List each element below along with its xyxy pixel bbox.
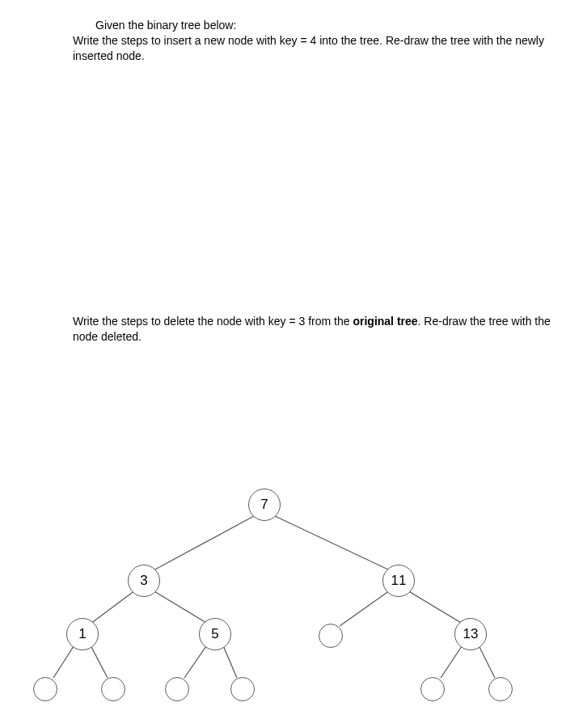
svg-line-6 xyxy=(53,644,75,678)
q1-line2: Write the steps to insert a new node wit… xyxy=(73,33,544,49)
tree-node-nil xyxy=(165,677,189,701)
binary-tree-diagram: 7 3 11 1 5 13 xyxy=(0,477,566,728)
tree-node-nil xyxy=(101,677,125,701)
q2-part-a: Write the steps to delete the node with … xyxy=(73,315,353,328)
svg-line-3 xyxy=(153,590,208,624)
svg-line-7 xyxy=(90,644,108,678)
q2-bold: original tree xyxy=(353,315,417,328)
q2-line2: node deleted. xyxy=(73,329,142,345)
svg-line-0 xyxy=(154,516,254,570)
svg-line-4 xyxy=(340,590,390,626)
tree-edges xyxy=(0,477,566,728)
svg-line-10 xyxy=(441,644,463,678)
q1-line3: inserted node. xyxy=(73,49,145,65)
svg-line-5 xyxy=(408,590,463,624)
svg-line-2 xyxy=(91,590,135,624)
tree-node-nil xyxy=(230,677,255,701)
tree-node-nil xyxy=(420,677,445,701)
tree-node-left-right: 5 xyxy=(199,618,231,650)
tree-node-nil xyxy=(33,677,57,701)
svg-line-8 xyxy=(184,644,208,678)
tree-node-nil xyxy=(488,677,513,701)
tree-node-nil xyxy=(319,624,343,648)
tree-node-right-right: 13 xyxy=(454,618,487,650)
tree-node-left: 3 xyxy=(128,565,160,597)
q1-line1: Given the binary tree below: xyxy=(95,18,236,34)
tree-node-root: 7 xyxy=(248,489,281,521)
q2-part-b: . Re-draw the tree with the xyxy=(418,315,551,328)
svg-line-1 xyxy=(275,516,390,570)
svg-line-11 xyxy=(478,644,495,678)
tree-node-left-left: 1 xyxy=(66,618,99,650)
q2-line1: Write the steps to delete the node with … xyxy=(73,314,551,330)
tree-node-right: 11 xyxy=(382,565,415,597)
svg-line-9 xyxy=(222,644,237,678)
